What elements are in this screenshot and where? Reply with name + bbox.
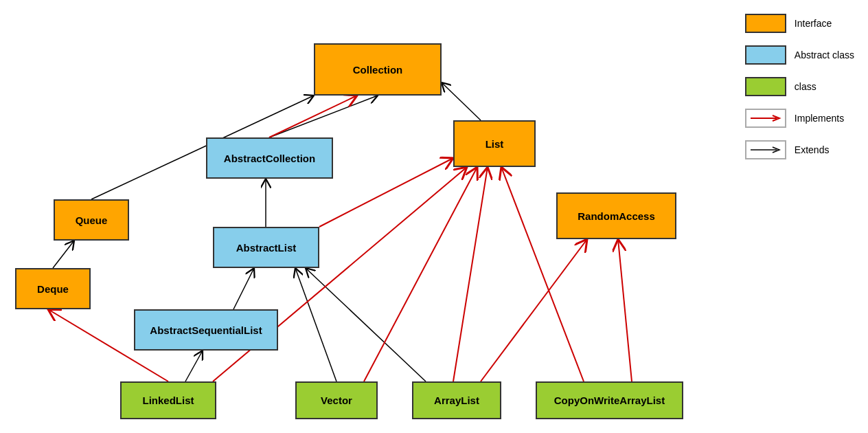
svg-line-8 — [306, 268, 426, 381]
legend-implements-arrow — [745, 109, 786, 128]
collection-label: Collection — [353, 64, 403, 76]
list-label: List — [486, 138, 504, 150]
svg-line-7 — [295, 268, 336, 381]
legend-class-box — [745, 77, 786, 96]
linkedlist-label: LinkedList — [142, 395, 194, 406]
legend-extends-arrow — [745, 140, 786, 159]
abstractsequentiallist-label: AbstractSequentialList — [150, 324, 262, 336]
collection-node: Collection — [314, 43, 442, 96]
svg-line-18 — [442, 82, 481, 120]
legend-interface-box — [745, 14, 786, 33]
randomaccess-label: RandomAccess — [578, 210, 655, 222]
arraylist-node: ArrayList — [412, 381, 501, 419]
deque-node: Deque — [15, 268, 91, 309]
legend-abstract-label: Abstract class — [795, 49, 854, 60]
list-node: List — [453, 120, 536, 167]
legend-abstract: Abstract class — [745, 45, 854, 65]
legend: Interface Abstract class class Implement… — [745, 14, 854, 159]
legend-class: class — [745, 77, 854, 96]
svg-line-9 — [269, 96, 357, 137]
legend-extends: Extends — [745, 140, 854, 159]
copyonwritearraylist-label: CopyOnWriteArrayList — [554, 395, 665, 406]
svg-line-2 — [269, 96, 378, 137]
abstractcollection-node: AbstractCollection — [206, 137, 333, 179]
arraylist-label: ArrayList — [434, 395, 479, 406]
svg-line-17 — [319, 158, 453, 227]
randomaccess-node: RandomAccess — [556, 192, 676, 239]
vector-node: Vector — [295, 381, 378, 419]
legend-extends-label: Extends — [795, 144, 830, 155]
legend-abstract-box — [745, 45, 786, 65]
diagram-container: Collection List RandomAccess Queue Deque… — [0, 0, 868, 433]
svg-line-6 — [185, 351, 203, 381]
vector-label: Vector — [321, 395, 352, 406]
legend-class-label: class — [795, 81, 816, 92]
deque-label: Deque — [37, 283, 69, 295]
legend-implements: Implements — [745, 109, 854, 128]
svg-line-13 — [453, 167, 488, 381]
svg-line-14 — [481, 239, 587, 381]
queue-label: Queue — [76, 214, 108, 226]
svg-line-16 — [618, 239, 632, 381]
abstractlist-label: AbstractList — [236, 242, 297, 254]
abstractcollection-label: AbstractCollection — [224, 153, 315, 164]
svg-line-4 — [233, 268, 254, 309]
queue-node: Queue — [54, 199, 129, 241]
copyonwritearraylist-node: CopyOnWriteArrayList — [536, 381, 683, 419]
svg-line-5 — [53, 241, 74, 268]
abstractlist-node: AbstractList — [213, 227, 319, 268]
legend-interface-label: Interface — [795, 18, 832, 29]
legend-implements-label: Implements — [795, 113, 844, 124]
abstractsequentiallist-node: AbstractSequentialList — [134, 309, 278, 351]
legend-interface: Interface — [745, 14, 854, 33]
svg-line-12 — [364, 167, 477, 381]
linkedlist-node: LinkedList — [120, 381, 216, 419]
